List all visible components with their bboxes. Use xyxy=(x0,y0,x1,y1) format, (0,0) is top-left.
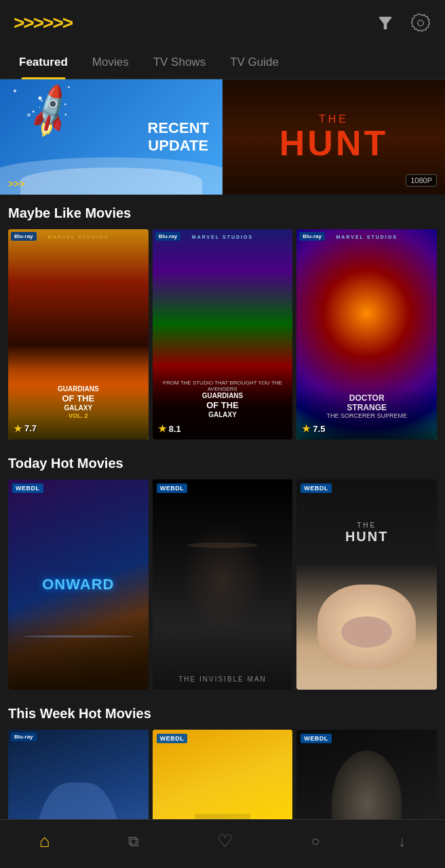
hunt-title-main: HUNT xyxy=(279,125,388,161)
logo-text: >>>> xyxy=(14,12,52,34)
svg-point-1 xyxy=(418,20,423,26)
settings-button[interactable] xyxy=(410,12,431,34)
movie-card-onward[interactable]: ONWARD WEBDL xyxy=(8,479,149,690)
section-today-hot: Today Hot Movies ONWARD WEBDL THE INVISI… xyxy=(0,445,445,695)
tab-tvguide[interactable]: TV Guide xyxy=(218,46,291,79)
banner-the-hunt[interactable]: THE HUNT 1080P xyxy=(222,79,445,195)
home-icon: ⌂ xyxy=(39,831,50,852)
rating-value-gotg1: 8.1 xyxy=(169,424,181,434)
hunt-card-the: THE xyxy=(296,521,437,529)
gotg1-galaxy: GALAXY xyxy=(155,411,290,419)
bluray-badge-week1: Blu-ray xyxy=(11,732,37,741)
star-icon-drstrange: ★ xyxy=(302,423,311,434)
webdl-badge-wonderland: WEBDL xyxy=(157,734,188,743)
nav-search[interactable]: ○ xyxy=(301,830,331,853)
nav-favorites[interactable]: ♡ xyxy=(206,828,244,854)
webdl-badge-hunt: WEBDL xyxy=(301,484,332,493)
webdl-badge-week3: WEBDL xyxy=(301,734,332,743)
bluray-badge-gotg2: Blu-ray xyxy=(11,232,37,241)
logo-arrows2: >> xyxy=(52,12,72,34)
star-icon-gotg2: ★ xyxy=(14,423,22,434)
nav-home[interactable]: ⌂ xyxy=(28,828,61,854)
tab-movies[interactable]: Movies xyxy=(80,46,141,79)
gotg2-main: OF THE xyxy=(11,393,146,404)
bluray-badge-drstrange: Blu-ray xyxy=(299,232,325,241)
drstrange-name: DOCTOR xyxy=(299,393,434,403)
nav-downloads[interactable]: ↓ xyxy=(387,830,417,853)
rating-drstrange: ★ 7.5 xyxy=(302,423,325,434)
tab-featured[interactable]: Featured xyxy=(7,46,80,79)
svg-marker-0 xyxy=(411,14,430,32)
hunt-title-group: THE HUNT xyxy=(279,113,388,161)
drstrange-strange: STRANGE xyxy=(299,403,434,412)
download-icon: ↓ xyxy=(398,833,406,850)
section-title-week-hot: This Week Hot Movies xyxy=(8,706,437,722)
bluray-badge-gotg1: Blu-ray xyxy=(155,232,181,241)
filter-button[interactable] xyxy=(374,12,396,34)
drstrange-subtitle: THE SORCERER SUPREME xyxy=(299,412,434,420)
bottom-nav: ⌂ ⧉ ♡ ○ ↓ xyxy=(0,819,445,868)
heart-icon: ♡ xyxy=(217,831,233,852)
movie-card-gotg1[interactable]: MARVEL STUDIOS FROM THE STUDIO THAT BROU… xyxy=(153,229,293,439)
webdl-badge-invisible: WEBDL xyxy=(157,484,188,493)
invisible-man-title: THE INVISIBLE MAN xyxy=(153,675,293,683)
webdl-badge-onward: WEBDL xyxy=(12,484,43,493)
gotg2-subtitle: GUARDIANS xyxy=(11,385,146,393)
movie-card-drstrange[interactable]: MARVEL STUDIOS DOCTOR STRANGE THE SORCER… xyxy=(296,229,437,439)
app-logo[interactable]: >>>> >> xyxy=(14,12,72,34)
recent-text: RECENT xyxy=(148,119,209,137)
section-maybe-like: Maybe Like Movies MARVEL STUDIOS GUARDIA… xyxy=(0,195,445,445)
gotg2-vol: VOL. 2 xyxy=(11,412,146,419)
movie-card-hunt[interactable]: THE HUNT WEBDL xyxy=(296,479,437,690)
library-icon: ⧉ xyxy=(128,833,139,850)
rating-gotg2: ★ 7.7 xyxy=(14,423,37,434)
section-title-today-hot: Today Hot Movies xyxy=(8,456,437,471)
section-title-maybe-like: Maybe Like Movies xyxy=(8,205,437,221)
rating-value-drstrange: 7.5 xyxy=(313,424,325,434)
header: >>>> >> xyxy=(0,0,445,46)
movie-card-invisible-man[interactable]: THE INVISIBLE MAN WEBDL xyxy=(153,479,293,690)
movie-card-gotg2[interactable]: MARVEL STUDIOS GUARDIANS OF THE GALAXY V… xyxy=(8,229,149,439)
movie-grid-today-hot: ONWARD WEBDL THE INVISIBLE MAN WEBDL xyxy=(8,479,437,690)
banner-arrows: >>> xyxy=(8,178,25,189)
gotg2-galaxy: GALAXY xyxy=(11,404,146,412)
star-icon-gotg1: ★ xyxy=(158,423,167,434)
cloud-decoration2 xyxy=(20,167,202,195)
update-text: UPDATE xyxy=(148,137,209,155)
hunt-card-title: THE HUNT xyxy=(296,521,437,545)
quality-badge-1080p: 1080P xyxy=(406,174,437,186)
nav-library[interactable]: ⧉ xyxy=(117,830,150,853)
hunt-card-hunt: HUNT xyxy=(296,529,437,545)
search-icon: ○ xyxy=(311,833,320,850)
banner-recent-update[interactable]: 🚀 RECENT UPDATE >>> xyxy=(0,79,222,195)
tab-tvshows[interactable]: TV Shows xyxy=(141,46,218,79)
tab-bar: Featured Movies TV Shows TV Guide xyxy=(0,46,445,79)
onward-title: ONWARD xyxy=(42,576,114,593)
movie-grid-maybe-like: MARVEL STUDIOS GUARDIANS OF THE GALAXY V… xyxy=(8,229,437,439)
gotg1-of-the: OF THE xyxy=(155,400,290,411)
header-icons xyxy=(374,12,431,34)
rocket-icon: 🚀 xyxy=(19,81,81,142)
rating-gotg1: ★ 8.1 xyxy=(158,423,181,434)
recent-update-text: RECENT UPDATE xyxy=(148,119,209,155)
rating-value-gotg2: 7.7 xyxy=(24,423,37,433)
gotg1-guardians: GUARDIANS xyxy=(155,392,290,400)
banner-section: 🚀 RECENT UPDATE >>> THE HUNT 1080P xyxy=(0,79,445,195)
